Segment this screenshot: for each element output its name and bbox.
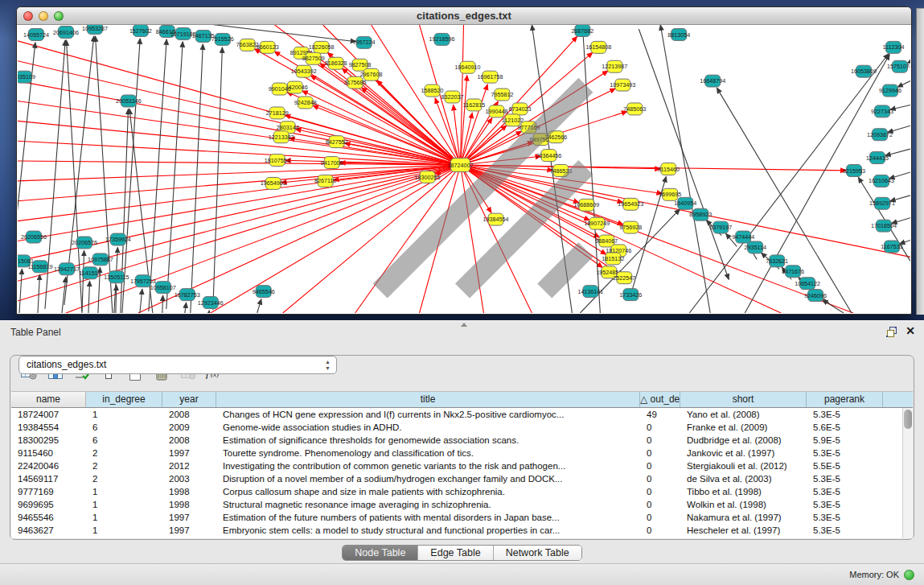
table-row[interactable]: 946362711997Embryonic stem cells: a mode…	[11, 524, 913, 537]
table-cell: 22420046	[11, 459, 86, 472]
table-cell: 9465546	[11, 511, 86, 524]
table-cell: 1	[86, 524, 162, 537]
table-cell: Yano et al. (2008)	[680, 408, 807, 421]
table-header-row: namein_degreeyeartitle△ out_de...shortpa…	[11, 392, 913, 408]
table-cell: 0	[640, 498, 680, 511]
window-titlebar[interactable]: citations_edges.txt	[17, 7, 911, 25]
column-header-name[interactable]: name	[11, 392, 86, 407]
table-cell: Embryonic stem cells: a model to study s…	[216, 524, 640, 537]
table-cell: Dudbridge et al. (2008)	[680, 434, 807, 447]
table-cell: 1998	[162, 485, 216, 498]
table-cell: 2012	[162, 459, 216, 472]
table-select-value: citations_edges.txt	[27, 359, 106, 370]
window-resize-grip-icon[interactable]	[18, 25, 909, 311]
table-row[interactable]: 1872400712008Changes of HCN gene express…	[11, 408, 913, 421]
table-cell: 5.6E-5	[807, 421, 883, 434]
table-cell: Tourette syndrome. Phenomenology and cla…	[216, 447, 640, 459]
table-cell: 0	[640, 472, 680, 485]
table-select-dropdown[interactable]: citations_edges.txt ▲▼	[18, 356, 337, 374]
table-cell: 19384554	[11, 421, 86, 434]
table-cell: 2	[86, 459, 162, 472]
table-cell: Tibbo et al. (1998)	[680, 485, 807, 498]
table-row[interactable]: 1938455462009Genome-wide association stu…	[11, 421, 913, 434]
table-cell: Franke et al. (2009)	[680, 421, 807, 434]
table-cell: Jankovic et al. (1997)	[680, 447, 807, 459]
float-panel-icon[interactable]	[885, 326, 898, 339]
column-header-in_degree[interactable]: in_degree	[86, 392, 162, 407]
table-cell: 6	[86, 434, 162, 447]
table-cell: Investigating the contribution of common…	[216, 459, 640, 472]
window-title: citations_edges.txt	[17, 10, 911, 22]
table-row[interactable]: 1830029562008Estimation of significance …	[11, 434, 913, 447]
network-canvas[interactable]: 1872400714055724206914061095328715276028…	[18, 25, 910, 313]
table-cell: 1	[86, 485, 162, 498]
table-cell: 1997	[162, 447, 216, 459]
table-cell: 5.3E-5	[807, 485, 883, 498]
memory-status-indicator[interactable]	[904, 570, 914, 580]
table-cell: 9115460	[11, 447, 86, 459]
scrollbar-thumb[interactable]	[904, 410, 912, 429]
table-cell: Genome-wide association studies in ADHD.	[216, 421, 640, 434]
table-cell: Stergiakouli et al. (2012)	[680, 459, 807, 472]
table-cell: 1998	[162, 498, 216, 511]
table-cell: de Silva et al. (2003)	[680, 472, 807, 485]
table-cell: 5.3E-5	[807, 498, 883, 511]
tab-edge-table[interactable]: Edge Table	[418, 546, 493, 560]
column-header-title[interactable]: title	[216, 392, 640, 407]
close-panel-icon[interactable]: ✕	[904, 324, 917, 337]
table-cell: Estimation of the future numbers of pati…	[216, 511, 640, 524]
table-cell: Wolkin et al. (1998)	[680, 498, 807, 511]
tab-network-table[interactable]: Network Table	[494, 546, 581, 560]
table-cell: 5.3E-5	[807, 447, 883, 459]
table-cell: Nakamura et al. (1997)	[680, 511, 807, 524]
table-cell: 0	[640, 421, 680, 434]
table-row[interactable]: 1456911722003Disruption of a novel membe…	[11, 472, 913, 485]
table-cell: 0	[640, 485, 680, 498]
table-cell: 0	[640, 447, 680, 459]
column-header-short[interactable]: short	[680, 392, 807, 407]
table-cell: 0	[640, 459, 680, 472]
table-cell: 0	[640, 511, 680, 524]
table-cell: Corpus callosum shape and size in male p…	[216, 485, 640, 498]
table-row[interactable]: 911546021997Tourette syndrome. Phenomeno…	[11, 447, 913, 459]
status-bar: Memory: OK	[0, 563, 924, 585]
background-panel-edge	[916, 8, 924, 315]
table-row[interactable]: 946554611997Estimation of the future num…	[11, 511, 913, 524]
table-cell: Disruption of a novel member of a sodium…	[216, 472, 640, 485]
table-cell: 2	[86, 447, 162, 459]
table-cell: 2008	[162, 434, 216, 447]
table-row[interactable]: 2242004622012Investigating the contribut…	[11, 459, 913, 472]
table-row[interactable]: 977716911998Corpus callosum shape and si…	[11, 485, 913, 498]
table-cell: 2008	[162, 408, 216, 421]
column-header-year[interactable]: year	[162, 392, 216, 407]
table-tabs-bar: Node TableEdge TableNetwork Table	[0, 545, 924, 562]
memory-status-label: Memory: OK	[849, 570, 899, 579]
table-cell: 9699695	[11, 498, 86, 511]
table-cell: Hescheler et al. (1997)	[680, 524, 807, 537]
table-cell: 1	[86, 498, 162, 511]
table-body: 1872400712008Changes of HCN gene express…	[11, 408, 913, 537]
table-row[interactable]: 969969511998Structural magnetic resonanc…	[11, 498, 913, 511]
table-cell: 18724007	[11, 408, 86, 421]
column-header-out_de[interactable]: △ out_de...	[640, 392, 680, 407]
table-cell: Changes of HCN gene expression and I(f) …	[216, 408, 640, 421]
table-cell: 0	[640, 434, 680, 447]
table-cell: 14569117	[11, 472, 86, 485]
network-desktop-background: citations_edges.txt 18724007140557242069…	[0, 0, 924, 320]
panel-title: Table Panel	[10, 327, 61, 338]
panel-splitter-handle[interactable]	[458, 322, 468, 328]
table-cell: 5.3E-5	[807, 472, 883, 485]
column-header-pagerank[interactable]: pagerank	[807, 392, 883, 407]
table-cell: 9463627	[11, 524, 86, 537]
table-cell: 5.3E-5	[807, 511, 883, 524]
table-scrollbar[interactable]	[902, 408, 913, 538]
tab-node-table[interactable]: Node Table	[343, 546, 418, 560]
table-cell: 49	[640, 408, 680, 421]
table-cell: 5.3E-5	[807, 408, 883, 421]
table-cell: 2003	[162, 472, 216, 485]
table-cell: 9777169	[11, 485, 86, 498]
table-cell: 18300295	[11, 434, 86, 447]
table-cell: Structural magnetic resonance image aver…	[216, 498, 640, 511]
table-cell: 1997	[162, 511, 216, 524]
network-window[interactable]: citations_edges.txt 18724007140557242069…	[16, 6, 912, 315]
